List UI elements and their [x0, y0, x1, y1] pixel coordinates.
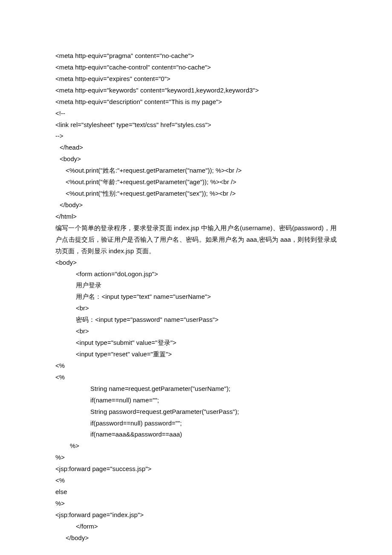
code-line: <body>	[55, 153, 337, 165]
code-line: <%out.print("姓名:"+request.getParameter("…	[55, 165, 337, 176]
code-line: <input type="submit" value="登录">	[55, 337, 337, 349]
code-line: </html>	[55, 211, 337, 223]
code-line: <body>	[55, 257, 337, 269]
code-line: 用户登录	[55, 280, 337, 291]
code-line: <%out.print("年龄:"+request.getParameter("…	[55, 176, 337, 188]
code-line: String name=request.getParameter("userNa…	[55, 383, 337, 395]
code-line: <br>	[55, 303, 337, 314]
code-line: <input type="reset" value="重置">	[55, 349, 337, 360]
code-line: </body>	[55, 532, 337, 544]
document-page: <meta http-equiv="pragma" content="no-ca…	[0, 0, 392, 555]
code-line: <meta http-equiv="cache-control" content…	[55, 62, 337, 73]
code-line: <jsp:forward page="success.jsp">	[55, 463, 337, 475]
code-line: <%	[55, 372, 337, 383]
code-line: <meta http-equiv="expires" content="0">	[55, 73, 337, 85]
code-line: <%out.print("性别:"+request.getParameter("…	[55, 188, 337, 199]
code-line: <meta http-equiv="keywords" content="key…	[55, 85, 337, 96]
code-line: <br>	[55, 326, 337, 337]
code-line: %>	[55, 452, 337, 463]
code-line: if(name==null) name="";	[55, 395, 337, 406]
code-line: else	[55, 486, 337, 498]
code-line: -->	[55, 130, 337, 142]
code-line: %>	[55, 498, 337, 509]
code-line: <meta http-equiv="description" content="…	[55, 96, 337, 108]
code-line: </head>	[55, 142, 337, 153]
code-line: <jsp:forward page="index.jsp">	[55, 509, 337, 521]
code-line: String password=request.getParameter("us…	[55, 406, 337, 418]
code-line: 密码：<input type="password" name="userPass…	[55, 314, 337, 326]
code-line: <form action="doLogon.jsp">	[55, 269, 337, 280]
code-line: <link rel="stylesheet" type="text/css" h…	[55, 119, 337, 131]
code-line: if(name=aaa&&password==aaa)	[55, 429, 337, 440]
code-line: </body>	[55, 199, 337, 211]
code-line: </form>	[55, 521, 337, 532]
code-line: if(password==null) password="";	[55, 418, 337, 429]
code-line: <!--	[55, 108, 337, 119]
code-line: %>	[55, 440, 337, 452]
prose-paragraph: 编写一个简单的登录程序，要求登录页面 index.jsp 中输入用户名(user…	[55, 223, 337, 257]
code-line: 用户名：<input type="text" name="userName">	[55, 291, 337, 303]
code-line: <meta http-equiv="pragma" content="no-ca…	[55, 50, 337, 62]
code-line: <%	[55, 360, 337, 372]
code-line: <%	[55, 475, 337, 486]
